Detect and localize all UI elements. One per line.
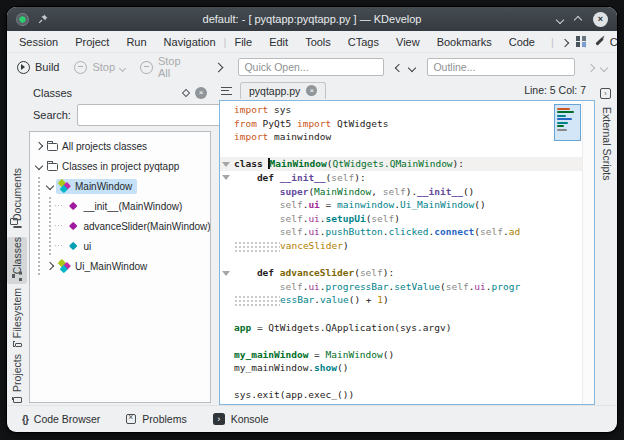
stop-button[interactable]: Stop — [74, 61, 125, 74]
tree-item-ui[interactable]: ui — [30, 236, 210, 256]
code-line[interactable]: import mainwindow — [220, 130, 594, 144]
main-area: Documents Classes Filesystem — [7, 81, 617, 405]
tool-tab-konsole[interactable]: › Konsole — [213, 413, 269, 425]
outline-next-button[interactable] — [588, 61, 594, 73]
toolbar-overflow-button[interactable] — [215, 61, 222, 73]
quickopen-prev-button[interactable] — [396, 61, 402, 73]
tree-item-body[interactable]: All projects classes — [45, 140, 152, 153]
stop-dropdown-icon[interactable] — [119, 65, 126, 72]
build-button[interactable]: Build — [17, 61, 59, 74]
tree-item-body[interactable]: ui — [65, 240, 96, 253]
sidebar-tab-filesystem[interactable]: Filesystem — [7, 288, 28, 350]
code-line[interactable] — [220, 334, 594, 348]
fold-marker-icon[interactable] — [222, 271, 230, 276]
menu-session[interactable]: Session — [19, 36, 58, 48]
tree-item-init-mainwindow[interactable]: __init__(MainWindow) — [30, 196, 210, 216]
code-line[interactable]: essBar.value() + 1) — [220, 293, 594, 307]
document-list-button[interactable] — [221, 81, 232, 99]
outline-input[interactable] — [427, 58, 575, 76]
sidebar-tab-projects[interactable]: Projects — [7, 354, 28, 406]
code-area[interactable]: import sysfrom PyQt5 import QtWidgetsimp… — [220, 101, 594, 402]
area-switcher-label: Code — [610, 36, 617, 48]
maximize-button[interactable] — [575, 13, 581, 25]
minimize-button[interactable] — [557, 13, 563, 25]
code-line[interactable]: sys.exit(app.exec_()) — [220, 388, 594, 402]
stop-all-button[interactable]: Stop All — [140, 55, 194, 79]
code-browser-icon: {} — [22, 414, 28, 425]
fold-marker-icon[interactable] — [222, 175, 230, 180]
tree-item-body[interactable]: __init__(MainWindow) — [65, 200, 187, 213]
code-line[interactable]: def advanceSlider(self): — [220, 266, 594, 280]
pin-icon[interactable] — [37, 13, 49, 25]
fold-marker-icon[interactable] — [222, 162, 230, 167]
titlebar[interactable]: default: - [ pyqtapp:pyqtapp.py ] — KDev… — [7, 7, 617, 31]
tree-item-body[interactable]: advanceSlider(MainWindow) — [65, 220, 211, 233]
expander-collapsed[interactable] — [44, 263, 56, 269]
editor-scrollbar[interactable] — [582, 101, 594, 404]
code-token: QtWidgets — [331, 118, 388, 129]
code-token: self — [383, 186, 406, 197]
menu-run[interactable]: Run — [126, 36, 146, 48]
tree-item-advanceslider-mainwindow[interactable]: advanceSlider(MainWindow) — [30, 216, 210, 236]
chevron-right-icon — [46, 262, 54, 270]
detach-panel-icon[interactable] — [182, 88, 190, 96]
code-line[interactable]: from PyQt5 import QtWidgets — [220, 117, 594, 131]
menu-tools[interactable]: Tools — [305, 36, 331, 48]
menu-navigation[interactable]: Navigation — [164, 36, 216, 48]
quick-open-input[interactable] — [238, 58, 384, 76]
code-line[interactable]: self.ui = mainwindow.Ui_MainWindow() — [220, 198, 594, 212]
tree-item-body[interactable]: MainWindow — [56, 179, 137, 194]
menu-project[interactable]: Project — [75, 36, 109, 48]
outline-dropdown-button[interactable] — [601, 61, 607, 73]
tool-tab-label: Konsole — [231, 413, 269, 425]
scrollbar-minimap[interactable] — [554, 104, 581, 141]
code-line[interactable] — [220, 253, 594, 267]
tree-item-body[interactable]: Classes in project pyqtapp — [45, 160, 184, 173]
code-line[interactable]: def __init__(self): — [220, 171, 594, 185]
sidebar-tab-documents[interactable]: Documents — [7, 171, 28, 231]
menubar-overflow-button[interactable] — [562, 36, 568, 48]
code-line[interactable]: vanceSlider) — [220, 239, 594, 253]
code-line[interactable]: app = QtWidgets.QApplication(sys.argv) — [220, 321, 594, 335]
menu-file[interactable]: File — [234, 36, 252, 48]
code-line[interactable]: import sys — [220, 103, 594, 117]
tree-item-ui-mainwindow[interactable]: Ui_MainWindow — [30, 256, 210, 276]
tree-item-classes-in-project-pyqtapp[interactable]: Classes in project pyqtapp — [30, 156, 210, 176]
close-tab-button[interactable]: × — [306, 85, 317, 96]
close-window-button[interactable]: × — [593, 12, 608, 27]
close-panel-button[interactable]: × — [195, 87, 207, 99]
code-token — [234, 199, 280, 210]
code-line[interactable] — [220, 144, 594, 158]
code-token: ) — [383, 294, 389, 305]
wrap-indent-marker — [234, 241, 280, 252]
code-line[interactable]: super(MainWindow, self).__init__() — [220, 185, 594, 199]
tool-tab-code-browser[interactable]: {} Code Browser — [22, 413, 100, 425]
code-line[interactable]: self.ui.setupUi(self) — [220, 212, 594, 226]
code-line[interactable]: class MainWindow(QtWidgets.QMainWindow): — [220, 157, 594, 171]
sidebar-tab-classes[interactable]: Classes — [7, 237, 28, 284]
menu-bookmarks[interactable]: Bookmarks — [437, 36, 492, 48]
code-line[interactable]: my_mainWindow.show() — [220, 361, 594, 375]
code-line[interactable]: self.ui.pushButton.clicked.connect(self.… — [220, 225, 594, 239]
code-editor[interactable]: import sysfrom PyQt5 import QtWidgetsimp… — [219, 100, 595, 405]
tree-item-mainwindow[interactable]: MainWindow — [30, 176, 210, 196]
menu-ctags[interactable]: CTags — [348, 36, 379, 48]
expander-expanded[interactable] — [33, 163, 45, 169]
menu-view[interactable]: View — [396, 36, 420, 48]
code-line[interactable]: my_mainWindow = MainWindow() — [220, 348, 594, 362]
code-line[interactable]: self.ui.progressBar.setValue(self.ui.pro… — [220, 280, 594, 294]
tool-tab-problems[interactable]: Problems — [126, 413, 186, 425]
editor-tab-pyqtapp[interactable]: pyqtapp.py × — [240, 82, 326, 99]
menu-edit[interactable]: Edit — [269, 36, 288, 48]
sidebar-tab-external-scripts[interactable]: External Scripts — [597, 105, 617, 125]
tree-item-all-projects-classes[interactable]: All projects classes — [30, 136, 210, 156]
code-line[interactable] — [220, 307, 594, 321]
code-line[interactable] — [220, 375, 594, 389]
quickopen-dropdown-button[interactable] — [409, 61, 415, 73]
expander-expanded[interactable] — [44, 183, 56, 189]
expander-collapsed[interactable] — [33, 143, 45, 149]
code-token: self — [280, 199, 303, 210]
menu-code[interactable]: Code — [509, 36, 535, 48]
area-switcher-button[interactable]: Code — [595, 36, 617, 48]
tree-item-body[interactable]: Ui_MainWindow — [56, 259, 152, 274]
